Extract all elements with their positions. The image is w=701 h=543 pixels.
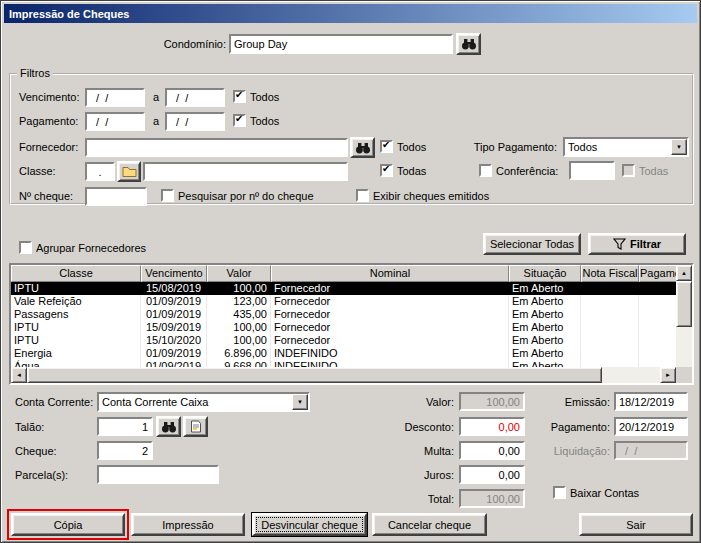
column-header-situacao[interactable]: Situação <box>509 265 581 282</box>
condominio-input[interactable] <box>229 34 453 54</box>
column-header-nota-fiscal[interactable]: Nota Fiscal <box>581 265 639 282</box>
desvincular-cheque-button[interactable]: Desvincular cheque <box>252 513 367 536</box>
vencimento-todos-checkbox[interactable] <box>233 90 246 103</box>
table-row[interactable]: Passagens 01/09/2019 435,00 Fornecedor E… <box>11 308 692 321</box>
parcelas-input[interactable] <box>97 465 219 484</box>
condominio-search-button[interactable] <box>456 33 481 55</box>
exibir-emitidos-checkbox[interactable] <box>356 189 369 202</box>
horizontal-scroll-thumb[interactable] <box>27 367 602 383</box>
classe-todas-checkbox[interactable] <box>380 164 393 177</box>
cheque-input[interactable] <box>97 441 153 460</box>
chevron-down-icon[interactable]: ▼ <box>671 139 687 155</box>
talao-label: Talão: <box>15 421 44 434</box>
sair-button[interactable]: Sair <box>579 513 693 536</box>
cell-vencimento: 15/09/2019 <box>141 321 207 334</box>
fornecedor-input[interactable] <box>85 138 348 157</box>
scroll-left-button[interactable]: ◄ <box>11 367 27 383</box>
cancelar-cheque-button[interactable]: Cancelar cheque <box>372 513 487 536</box>
desvincular-label: Desvincular cheque <box>261 519 358 531</box>
tipo-pagamento-dropdown[interactable]: Todos ▼ <box>563 137 689 157</box>
conta-corrente-value: Conta Corrente Caixa <box>102 396 290 408</box>
cell-nominal: Fornecedor <box>271 321 509 334</box>
valor-input <box>459 392 525 411</box>
pagamento-data-input[interactable] <box>614 417 688 436</box>
agrupar-fornecedores-checkbox[interactable] <box>19 241 32 254</box>
talao-input[interactable] <box>97 417 153 436</box>
scroll-right-button[interactable]: ► <box>660 367 676 383</box>
cell-valor: 100,00 <box>207 334 271 347</box>
pagamento-from-input[interactable] <box>85 112 145 131</box>
impressao-button[interactable]: Impressão <box>131 513 245 536</box>
pagamento-to-input[interactable] <box>165 112 225 131</box>
cell-vencimento: 01/09/2019 <box>141 347 207 360</box>
copia-button[interactable]: Cópia <box>11 513 125 536</box>
conferencia-checkbox[interactable] <box>479 164 492 177</box>
emissao-input[interactable] <box>614 392 688 411</box>
cell-nominal: Fornecedor <box>271 282 509 295</box>
multa-input[interactable] <box>459 441 525 460</box>
classe-todas-label: Todas <box>397 165 426 178</box>
baixar-contas-checkbox[interactable] <box>553 486 566 499</box>
classe-code-input[interactable] <box>85 162 115 181</box>
numero-cheque-input[interactable] <box>85 187 147 206</box>
cell-nota-fiscal <box>581 308 639 321</box>
folder-icon <box>122 166 137 177</box>
pesquisar-numero-checkbox[interactable] <box>161 189 174 202</box>
tipo-pagamento-label: Tipo Pagamento: <box>457 141 557 154</box>
binoculars-icon <box>161 421 177 433</box>
table-row[interactable]: IPTU 15/09/2019 100,00 Fornecedor Em Abe… <box>11 321 692 334</box>
talao-config-button[interactable] <box>183 416 208 437</box>
vencimento-to-input[interactable] <box>165 88 225 107</box>
classe-input[interactable] <box>143 162 348 181</box>
juros-input[interactable] <box>459 465 525 484</box>
cell-situacao: Em Aberto <box>509 282 581 295</box>
scroll-right-icon: ► <box>665 372 671 378</box>
selecionar-todas-button[interactable]: Selecionar Todas <box>483 233 581 255</box>
conta-corrente-dropdown[interactable]: Conta Corrente Caixa ▼ <box>97 392 310 412</box>
sair-label: Sair <box>626 519 646 531</box>
vertical-scrollbar[interactable]: ▲ ▼ <box>676 265 692 383</box>
conferencia-todas-checkbox <box>622 164 635 177</box>
cell-vencimento: 15/10/2020 <box>141 334 207 347</box>
cell-situacao: Em Aberto <box>509 334 581 347</box>
desconto-input[interactable] <box>459 417 525 436</box>
table-row[interactable]: Energia 01/09/2019 6.896,00 INDEFINIDO E… <box>11 347 692 360</box>
cell-situacao: Em Aberto <box>509 295 581 308</box>
table-row[interactable]: IPTU 15/10/2020 100,00 Fornecedor Em Abe… <box>11 334 692 347</box>
table-header: Classe Vencimento Valor Nominal Situação… <box>11 265 692 282</box>
scroll-up-button[interactable]: ▲ <box>676 265 692 281</box>
horizontal-scrollbar[interactable]: ◄ ► <box>11 367 676 383</box>
cell-situacao: Em Aberto <box>509 308 581 321</box>
table-row[interactable]: IPTU 15/08/2019 100,00 Fornecedor Em Abe… <box>11 282 692 295</box>
talao-search-button[interactable] <box>156 416 181 437</box>
cell-valor: 6.896,00 <box>207 347 271 360</box>
vencimento-todos-label: Todos <box>250 91 279 104</box>
cell-classe: IPTU <box>11 334 141 347</box>
column-header-vencimento[interactable]: Vencimento <box>141 265 207 282</box>
chevron-down-icon[interactable]: ▼ <box>292 394 308 410</box>
cell-nota-fiscal <box>581 321 639 334</box>
table-row[interactable]: Vale Refeição 01/09/2019 123,00 Forneced… <box>11 295 692 308</box>
vencimento-from-input[interactable] <box>85 88 145 107</box>
column-header-valor[interactable]: Valor <box>207 265 271 282</box>
vertical-scroll-thumb[interactable] <box>676 281 692 327</box>
binoculars-icon <box>461 38 477 50</box>
conferencia-label: Conferência: <box>496 165 558 178</box>
column-header-nominal[interactable]: Nominal <box>271 265 509 282</box>
conferencia-todas-label: Todas <box>639 165 668 178</box>
scrollbar-corner <box>676 367 692 383</box>
classe-label: Classe: <box>19 165 56 178</box>
classe-folder-button[interactable] <box>117 161 141 182</box>
filter-funnel-icon <box>613 238 626 250</box>
fornecedor-label: Fornecedor: <box>19 141 78 154</box>
window-titlebar[interactable]: Impressão de Cheques <box>4 4 697 23</box>
liquidacao-input <box>614 441 688 460</box>
filtrar-button[interactable]: Filtrar <box>588 233 686 255</box>
fornecedor-todos-checkbox[interactable] <box>380 140 393 153</box>
fornecedor-search-button[interactable] <box>350 137 375 158</box>
window-title: Impressão de Cheques <box>9 8 129 20</box>
pagamento-todos-checkbox[interactable] <box>233 114 246 127</box>
conferencia-input[interactable] <box>569 161 615 180</box>
column-header-classe[interactable]: Classe <box>11 265 141 282</box>
cell-nominal: Fornecedor <box>271 334 509 347</box>
